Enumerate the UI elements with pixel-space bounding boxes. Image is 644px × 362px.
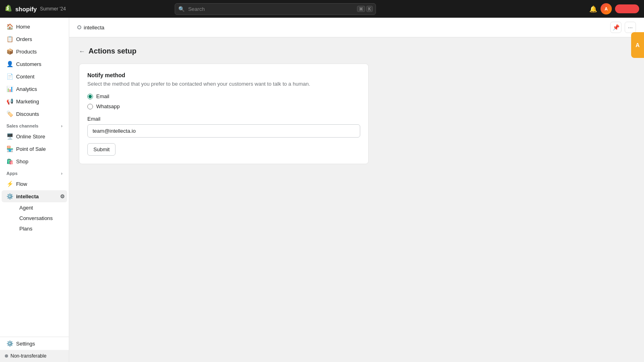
sales-channels-label: Sales channels ›: [0, 120, 69, 130]
actions-card: Notify method Select the method that you…: [79, 64, 369, 164]
breadcrumb-dot: [77, 25, 81, 29]
discounts-icon: 🏷️: [6, 111, 13, 117]
email-input[interactable]: [87, 124, 360, 138]
logo-text: shopify: [15, 6, 37, 12]
orders-icon: 📋: [6, 36, 13, 42]
products-icon: 📦: [6, 48, 13, 55]
search-bar[interactable]: 🔍 ⌘ K: [175, 3, 376, 15]
settings-icon: ⚙️: [6, 340, 13, 347]
sidebar-item-content-label: Content: [16, 74, 35, 80]
search-icon: 🔍: [178, 6, 185, 12]
sidebar-item-discounts[interactable]: 🏷️ Discounts: [2, 108, 67, 120]
non-transferable-dot: [5, 354, 8, 358]
sidebar-item-marketing-label: Marketing: [16, 99, 39, 105]
breadcrumb: intellecta: [77, 25, 104, 31]
bell-icon[interactable]: 🔔: [589, 5, 597, 13]
page-title: Actions setup: [89, 47, 136, 56]
pos-icon: 🏪: [6, 146, 13, 152]
radio-email[interactable]: [87, 94, 93, 99]
content-icon: 📄: [6, 73, 13, 80]
sidebar-item-home[interactable]: 🏠 Home: [2, 21, 67, 33]
radio-whatsapp[interactable]: [87, 104, 93, 109]
sidebar-item-flow[interactable]: ⚡ Flow: [2, 178, 67, 190]
sales-channels-chevron: ›: [61, 124, 62, 128]
sidebar-item-content[interactable]: 📄 Content: [2, 70, 67, 82]
sidebar-item-online-store[interactable]: 🖥️ Online Store: [2, 130, 67, 142]
shopify-logo: shopify Summer '24: [5, 5, 66, 13]
sidebar-item-home-label: Home: [16, 24, 30, 30]
summer-label: Summer '24: [40, 6, 66, 12]
sidebar-item-flow-label: Flow: [16, 181, 27, 187]
sidebar-item-products-label: Products: [16, 49, 37, 55]
submit-button[interactable]: Submit: [87, 143, 116, 156]
intellecta-gear-icon[interactable]: ⚙: [60, 193, 65, 200]
radio-whatsapp-text: Whatsapp: [96, 103, 120, 109]
sidebar-item-settings[interactable]: ⚙️ Settings: [2, 337, 67, 350]
main-content: intellecta 📌 ··· ← Actions setup Notify …: [69, 18, 644, 362]
sidebar-item-orders-label: Orders: [16, 36, 32, 42]
radio-whatsapp-label[interactable]: Whatsapp: [87, 103, 360, 109]
sidebar-settings-label: Settings: [16, 341, 35, 347]
pin-button[interactable]: 📌: [610, 22, 621, 33]
sidebar-item-online-store-label: Online Store: [16, 134, 45, 140]
home-icon: 🏠: [6, 23, 13, 30]
main-header: intellecta 📌 ···: [69, 18, 644, 37]
intellecta-icon: ⚙️: [6, 193, 13, 200]
search-input[interactable]: [175, 3, 376, 15]
shortcut-key1: ⌘: [357, 6, 365, 12]
marketing-icon: 📢: [6, 98, 13, 105]
card-description: Select the method that you prefer to be …: [87, 81, 360, 87]
sidebar-item-shop[interactable]: 🛍️ Shop: [2, 155, 67, 167]
apps-chevron: ›: [61, 171, 62, 176]
notify-method-group: Email Whatsapp: [87, 93, 360, 109]
apps-label: Apps ›: [0, 168, 69, 177]
sidebar-sub-conversations[interactable]: Conversations: [16, 213, 67, 223]
sidebar-sub-agent[interactable]: Agent: [16, 203, 67, 213]
app-panel-letter: A: [636, 42, 640, 48]
analytics-icon: 📊: [6, 86, 13, 92]
radio-email-text: Email: [96, 93, 109, 99]
intellecta-sub-menu: Agent Conversations Plans: [0, 203, 69, 234]
more-button[interactable]: ···: [625, 22, 636, 33]
sidebar-item-analytics-label: Analytics: [16, 86, 37, 92]
app-panel[interactable]: A: [631, 32, 644, 58]
page-content: ← Actions setup Notify method Select the…: [69, 37, 644, 362]
non-transferable-bar: Non-transferable: [0, 350, 69, 362]
store-pill[interactable]: [615, 4, 639, 13]
online-store-icon: 🖥️: [6, 133, 13, 140]
sidebar-item-point-of-sale[interactable]: 🏪 Point of Sale: [2, 143, 67, 155]
sidebar-item-shop-label: Shop: [16, 158, 28, 165]
flow-icon: ⚡: [6, 181, 13, 187]
shop-icon: 🛍️: [6, 158, 13, 165]
sidebar-item-marketing[interactable]: 📢 Marketing: [2, 95, 67, 107]
topbar: shopify Summer '24 🔍 ⌘ K 🔔 A: [0, 0, 644, 18]
sidebar-item-products[interactable]: 📦 Products: [2, 45, 67, 58]
sidebar-item-customers-label: Customers: [16, 61, 41, 67]
header-actions: 📌 ···: [610, 22, 636, 33]
topbar-right: 🔔 A: [589, 3, 639, 14]
sidebar-footer: ⚙️ Settings Non-transferable: [0, 337, 69, 362]
sidebar-item-pos-label: Point of Sale: [16, 146, 46, 152]
back-arrow[interactable]: ←: [79, 48, 85, 55]
email-field-label: Email: [87, 116, 360, 122]
card-section-title: Notify method: [87, 72, 360, 78]
sidebar-item-customers[interactable]: 👤 Customers: [2, 58, 67, 70]
sidebar-item-discounts-label: Discounts: [16, 111, 39, 117]
sidebar: 🏠 Home 📋 Orders 📦 Products 👤 Customers 📄…: [0, 18, 69, 362]
avatar[interactable]: A: [601, 3, 612, 14]
radio-email-label[interactable]: Email: [87, 93, 360, 99]
breadcrumb-text: intellecta: [84, 25, 104, 31]
sidebar-sub-plans[interactable]: Plans: [16, 224, 67, 234]
sidebar-item-intellecta[interactable]: ⚙️ intellecta ⚙: [2, 190, 67, 202]
sidebar-item-orders[interactable]: 📋 Orders: [2, 33, 67, 45]
page-title-row: ← Actions setup: [79, 47, 634, 56]
shortcut-key2: K: [366, 6, 373, 12]
sidebar-item-analytics[interactable]: 📊 Analytics: [2, 83, 67, 95]
search-shortcut: ⌘ K: [357, 6, 373, 12]
customers-icon: 👤: [6, 61, 13, 67]
non-transferable-label: Non-transferable: [10, 353, 46, 359]
sidebar-item-intellecta-label: intellecta: [16, 193, 39, 200]
